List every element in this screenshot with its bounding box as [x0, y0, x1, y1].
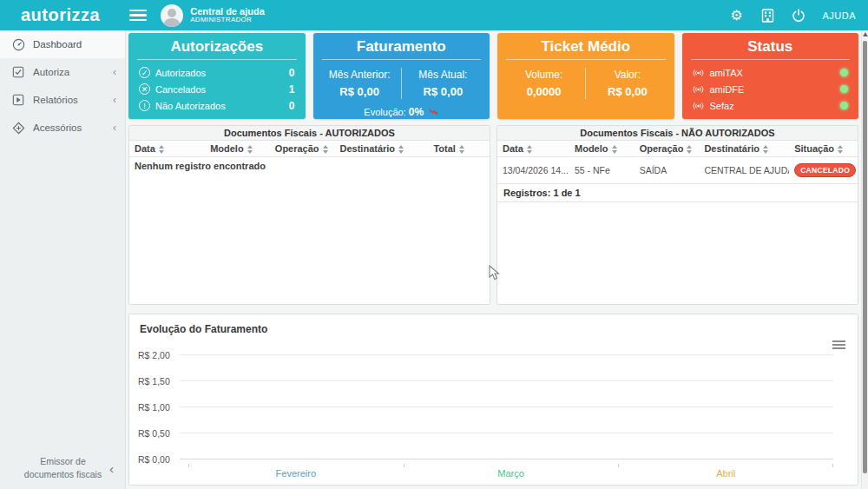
- cell-destinatario: CENTRAL DE AJUDA: [699, 157, 789, 184]
- sort-icon: [612, 145, 617, 154]
- nao-autorizados-row: ! Não Autorizados 0: [128, 97, 306, 114]
- report-play-icon: [11, 93, 25, 107]
- column-header-data[interactable]: Data: [129, 141, 205, 157]
- sort-icon: [247, 145, 253, 154]
- card-title: Status: [682, 33, 859, 56]
- sidebar-item-relatorios[interactable]: Relatórios ‹: [0, 86, 125, 114]
- row-value: 1: [289, 83, 295, 96]
- cell-data: 13/04/2026 14...: [497, 157, 569, 184]
- help-link[interactable]: AJUDA: [822, 10, 856, 21]
- cell-operacao: SAÍDA: [635, 157, 700, 184]
- menu-toggle-icon[interactable]: [129, 7, 147, 24]
- page-scrollbar[interactable]: [861, 30, 868, 489]
- revenue-evolution-chart: Evolução do Faturamento R$ 2,00 R$ 1,50 …: [128, 314, 858, 486]
- service-status-row: Sefaz: [682, 97, 859, 114]
- chart-title: Evolução do Faturamento: [129, 314, 858, 335]
- cancelados-row: ✕ Cancelados 1: [128, 81, 306, 97]
- current-month-label: Mês Atual:: [402, 69, 484, 81]
- status-badge: CANCELADO: [794, 163, 856, 177]
- column-header-data[interactable]: Data: [497, 141, 569, 157]
- current-month-value: R$ 0,00: [402, 85, 484, 98]
- sidebar-footer: Emissor de documentos fiscais ‹: [0, 455, 126, 483]
- exclamation-circle-icon: !: [139, 100, 150, 111]
- valor-value: R$ 0,00: [586, 85, 668, 98]
- gridline: [180, 406, 833, 407]
- settings-gear-icon[interactable]: ⚙: [728, 8, 744, 23]
- diamond-plus-icon: [11, 121, 25, 135]
- sort-icon: [398, 145, 404, 154]
- chart-menu-icon[interactable]: [832, 339, 845, 351]
- prev-month-value: R$ 0,00: [319, 85, 401, 98]
- card-ticket-medio: Ticket Médio Volume: 0,0000 Valor: R$ 0,…: [497, 33, 674, 119]
- service-name: amiDFE: [710, 84, 745, 95]
- column-header-destinatario[interactable]: Destinatário: [699, 141, 789, 157]
- authorized-documents-panel: Documentos Fiscais - AUTORIZADOS Data Mo…: [128, 125, 490, 305]
- valor-label: Valor:: [586, 69, 668, 81]
- column-header-operacao[interactable]: Operação: [635, 141, 700, 157]
- y-tick-label: R$ 1,00: [138, 402, 180, 413]
- x-label-abril: Abril: [618, 468, 833, 479]
- sort-icon: [323, 145, 328, 154]
- user-role: ADMINISTRADOR: [190, 17, 265, 24]
- row-label: Não Autorizados: [155, 101, 226, 111]
- service-name: Sefaz: [710, 101, 734, 111]
- column-header-modelo[interactable]: Modelo: [569, 141, 635, 157]
- sidebar-collapse-icon[interactable]: ‹: [109, 461, 114, 476]
- sort-icon: [763, 145, 768, 154]
- sidebar: Dashboard Autoriza ‹ Relatórios ‹ Acessó…: [0, 30, 126, 489]
- evolution-row: Evolução: 0%: [313, 106, 490, 118]
- sidebar-item-label: Dashboard: [33, 39, 82, 50]
- card-faturamento: Faturamento Mês Anterior: R$ 0,00 Mês At…: [313, 33, 490, 119]
- card-autorizacoes: Autorizações ✓ Autorizados 0 ✕ Cancelado…: [128, 33, 306, 119]
- scrollbar-thumb[interactable]: [863, 41, 867, 473]
- card-title: Ticket Médio: [497, 33, 674, 56]
- sort-icon: [838, 145, 843, 154]
- app-logo: autorizza: [21, 5, 100, 25]
- check-circle-icon: ✓: [139, 67, 150, 78]
- row-label: Cancelados: [155, 84, 206, 95]
- row-value: 0: [289, 67, 295, 79]
- column-header-modelo[interactable]: Modelo: [205, 141, 270, 157]
- column-header-destinatario[interactable]: Destinatário: [335, 141, 429, 157]
- y-tick-label: R$ 0,50: [138, 428, 180, 439]
- logout-power-icon[interactable]: [791, 8, 806, 23]
- app-header: autorizza Central de ajuda ADMINISTRADOR…: [0, 0, 868, 30]
- evolution-label: Evolução:: [364, 107, 408, 117]
- company-building-icon[interactable]: [760, 8, 775, 23]
- sidebar-item-autoriza[interactable]: Autoriza ‹: [0, 58, 125, 86]
- table-row[interactable]: 13/04/2026 14... 55 - NFe SAÍDA CENTRAL …: [497, 157, 858, 184]
- sidebar-footer-line1: Emissor de: [0, 455, 126, 469]
- card-title: Faturamento: [313, 33, 490, 56]
- sidebar-item-acessorios[interactable]: Acessórios ‹: [0, 114, 125, 142]
- card-title: Autorizações: [128, 33, 306, 56]
- autorizados-row: ✓ Autorizados 0: [128, 64, 306, 81]
- gridline: [180, 433, 833, 433]
- sort-icon: [159, 145, 164, 154]
- main-content: Autorizações ✓ Autorizados 0 ✕ Cancelado…: [126, 30, 861, 489]
- scrollbar-up-arrow-icon[interactable]: [863, 32, 868, 36]
- sort-icon: [687, 145, 692, 154]
- empty-message: Nenhum registro encontrado: [129, 157, 490, 175]
- y-tick-label: R$ 0,00: [138, 454, 180, 465]
- row-value: 0: [289, 100, 295, 112]
- records-count: Registros: 1 de 1: [497, 183, 858, 202]
- sidebar-footer-line2: documentos fiscais: [0, 468, 126, 482]
- dashboard-gauge-icon: [11, 37, 25, 51]
- avatar[interactable]: [161, 4, 183, 27]
- column-header-operacao[interactable]: Operação: [270, 141, 335, 157]
- column-header-total[interactable]: Total: [428, 141, 490, 157]
- chevron-left-icon: ‹: [113, 66, 116, 78]
- card-status: Status amiTAX amiDFE Sefaz: [682, 33, 859, 119]
- user-info[interactable]: Central de ajuda ADMINISTRADOR: [190, 6, 265, 24]
- x-label-fevereiro: Fevereiro: [188, 468, 404, 479]
- unauthorized-documents-panel: Documentos Fiscais - NÃO AUTORIZADOS Dat…: [496, 125, 858, 305]
- x-axis-line: [180, 459, 833, 459]
- volume-label: Volume:: [503, 69, 585, 81]
- sidebar-item-dashboard[interactable]: Dashboard: [0, 30, 125, 58]
- x-axis-labels: Fevereiro Março Abril: [188, 468, 833, 479]
- column-header-situacao[interactable]: Situação: [789, 141, 858, 157]
- chevron-left-icon: ‹: [113, 94, 116, 106]
- status-online-dot: [840, 85, 848, 93]
- volume-value: 0,0000: [503, 85, 585, 98]
- y-tick-label: R$ 2,00: [138, 350, 180, 360]
